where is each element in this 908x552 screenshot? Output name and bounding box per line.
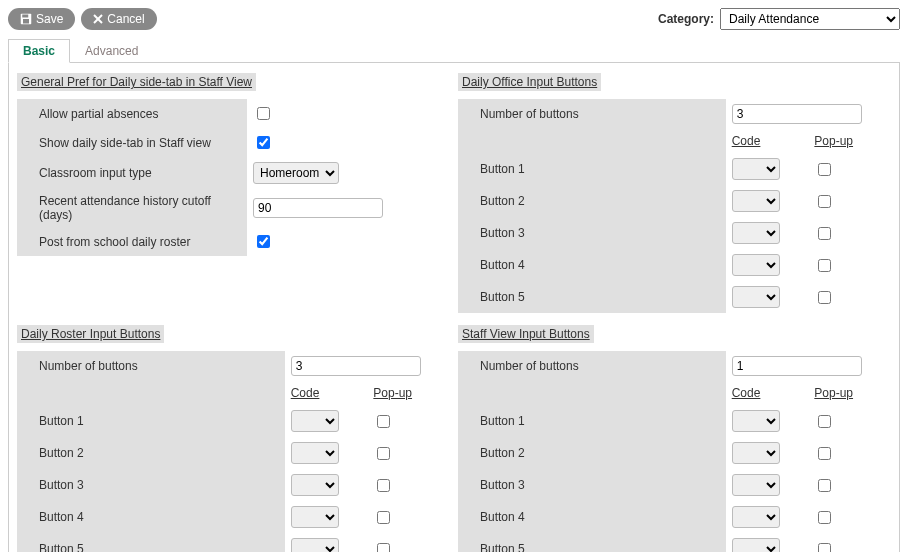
select-office-b4-code[interactable]: [732, 254, 780, 276]
label-office-num: Number of buttons: [458, 99, 726, 129]
checkbox-staff-b2-popup[interactable]: [818, 447, 831, 460]
header-roster-popup: Pop-up: [373, 386, 412, 400]
header-office-popup: Pop-up: [814, 134, 853, 148]
label-staff-b3: Button 3: [458, 469, 726, 501]
save-button-label: Save: [36, 12, 63, 26]
svg-rect-1: [22, 15, 28, 18]
checkbox-roster-b2-popup[interactable]: [377, 447, 390, 460]
checkbox-allow-partial[interactable]: [257, 107, 270, 120]
select-staff-b4-code[interactable]: [732, 506, 780, 528]
category-select[interactable]: Daily Attendance: [720, 8, 900, 30]
checkbox-staff-b1-popup[interactable]: [818, 415, 831, 428]
label-roster-b4: Button 4: [17, 501, 285, 533]
input-office-num[interactable]: [732, 104, 862, 124]
save-button[interactable]: Save: [8, 8, 75, 30]
label-staff-b5: Button 5: [458, 533, 726, 552]
checkbox-roster-b4-popup[interactable]: [377, 511, 390, 524]
label-show-sidetab: Show daily side-tab in Staff view: [17, 128, 247, 157]
checkbox-roster-b5-popup[interactable]: [377, 543, 390, 553]
checkbox-staff-b4-popup[interactable]: [818, 511, 831, 524]
label-roster-num: Number of buttons: [17, 351, 285, 381]
label-allow-partial: Allow partial absences: [17, 99, 247, 128]
section-title-roster: Daily Roster Input Buttons: [17, 325, 164, 343]
header-staff-popup: Pop-up: [814, 386, 853, 400]
tab-advanced[interactable]: Advanced: [70, 39, 153, 63]
label-roster-b3: Button 3: [17, 469, 285, 501]
select-office-b5-code[interactable]: [732, 286, 780, 308]
save-icon: [20, 13, 32, 25]
cancel-button-label: Cancel: [107, 12, 144, 26]
header-office-code: Code: [732, 134, 761, 148]
select-roster-b2-code[interactable]: [291, 442, 339, 464]
select-office-b3-code[interactable]: [732, 222, 780, 244]
select-roster-b1-code[interactable]: [291, 410, 339, 432]
input-recent-cutoff[interactable]: [253, 198, 383, 218]
select-staff-b1-code[interactable]: [732, 410, 780, 432]
checkbox-office-b4-popup[interactable]: [818, 259, 831, 272]
checkbox-staff-b5-popup[interactable]: [818, 543, 831, 553]
input-staff-num[interactable]: [732, 356, 862, 376]
header-staff-code: Code: [732, 386, 761, 400]
select-staff-b3-code[interactable]: [732, 474, 780, 496]
section-title-general: General Pref for Daily side-tab in Staff…: [17, 73, 256, 91]
select-roster-b3-code[interactable]: [291, 474, 339, 496]
label-office-b5: Button 5: [458, 281, 726, 313]
label-staff-b4: Button 4: [458, 501, 726, 533]
select-roster-b4-code[interactable]: [291, 506, 339, 528]
label-office-b4: Button 4: [458, 249, 726, 281]
checkbox-post-roster[interactable]: [257, 235, 270, 248]
label-post-roster: Post from school daily roster: [17, 227, 247, 256]
select-staff-b5-code[interactable]: [732, 538, 780, 552]
select-office-b2-code[interactable]: [732, 190, 780, 212]
select-staff-b2-code[interactable]: [732, 442, 780, 464]
label-office-b1: Button 1: [458, 153, 726, 185]
category-label: Category:: [658, 12, 714, 26]
select-office-b1-code[interactable]: [732, 158, 780, 180]
input-roster-num[interactable]: [291, 356, 421, 376]
cancel-button[interactable]: Cancel: [81, 8, 156, 30]
label-roster-b5: Button 5: [17, 533, 285, 552]
checkbox-show-sidetab[interactable]: [257, 136, 270, 149]
label-office-b3: Button 3: [458, 217, 726, 249]
svg-rect-2: [23, 19, 29, 24]
header-roster-code: Code: [291, 386, 320, 400]
label-office-b2: Button 2: [458, 185, 726, 217]
tab-basic[interactable]: Basic: [8, 39, 70, 63]
label-roster-b1: Button 1: [17, 405, 285, 437]
checkbox-roster-b3-popup[interactable]: [377, 479, 390, 492]
label-staff-b2: Button 2: [458, 437, 726, 469]
checkbox-office-b3-popup[interactable]: [818, 227, 831, 240]
section-title-office: Daily Office Input Buttons: [458, 73, 601, 91]
select-roster-b5-code[interactable]: [291, 538, 339, 552]
label-classroom-input: Classroom input type: [17, 157, 247, 189]
checkbox-staff-b3-popup[interactable]: [818, 479, 831, 492]
select-classroom-input[interactable]: Homeroom: [253, 162, 339, 184]
checkbox-office-b2-popup[interactable]: [818, 195, 831, 208]
label-recent-cutoff: Recent attendance history cutoff (days): [17, 189, 247, 227]
label-roster-b2: Button 2: [17, 437, 285, 469]
label-staff-b1: Button 1: [458, 405, 726, 437]
cancel-icon: [93, 14, 103, 24]
label-staff-num: Number of buttons: [458, 351, 726, 381]
section-title-staff: Staff View Input Buttons: [458, 325, 594, 343]
checkbox-office-b1-popup[interactable]: [818, 163, 831, 176]
checkbox-office-b5-popup[interactable]: [818, 291, 831, 304]
checkbox-roster-b1-popup[interactable]: [377, 415, 390, 428]
